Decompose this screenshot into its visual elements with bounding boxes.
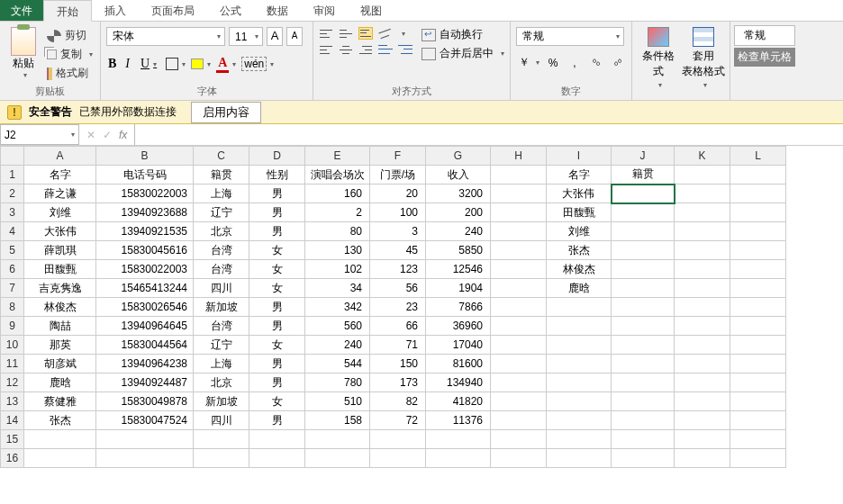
cell-H9[interactable] bbox=[491, 317, 547, 336]
cell-K2[interactable] bbox=[675, 184, 730, 203]
cell-G14[interactable]: 11376 bbox=[426, 411, 491, 430]
cell-C11[interactable]: 上海 bbox=[194, 355, 249, 374]
cell-L7[interactable] bbox=[730, 279, 786, 298]
cell-C3[interactable]: 辽宁 bbox=[194, 203, 249, 222]
decrease-indent-button[interactable] bbox=[378, 43, 393, 56]
cell-K7[interactable] bbox=[675, 279, 730, 298]
col-header-E[interactable]: E bbox=[305, 147, 370, 166]
row-header-9[interactable]: 9 bbox=[1, 317, 24, 336]
number-format-select[interactable]: 常规▾ bbox=[516, 27, 624, 46]
cell-K5[interactable] bbox=[675, 241, 730, 260]
cell-E3[interactable]: 2 bbox=[305, 203, 370, 222]
name-box[interactable]: J2▾ bbox=[0, 124, 79, 145]
cell-H11[interactable] bbox=[491, 355, 547, 374]
cell-B13[interactable]: 15830049878 bbox=[96, 392, 194, 411]
cell-I15[interactable] bbox=[547, 430, 612, 449]
col-header-A[interactable]: A bbox=[24, 147, 96, 166]
cell-F6[interactable]: 123 bbox=[370, 260, 426, 279]
cell-L15[interactable] bbox=[730, 430, 786, 449]
format-as-table-button[interactable]: 套用 表格格式 ▾ bbox=[683, 27, 724, 89]
cell-G15[interactable] bbox=[426, 430, 491, 449]
cell-G12[interactable]: 134940 bbox=[426, 374, 491, 392]
cell-L10[interactable] bbox=[730, 336, 786, 355]
cell-C4[interactable]: 北京 bbox=[194, 222, 249, 241]
cell-H7[interactable] bbox=[491, 279, 547, 298]
underline-button[interactable]: U▾ bbox=[137, 55, 160, 73]
cell-L9[interactable] bbox=[730, 317, 786, 336]
cell-H1[interactable] bbox=[491, 166, 547, 184]
cell-J3[interactable] bbox=[612, 203, 675, 222]
cell-A3[interactable]: 刘维 bbox=[24, 203, 96, 222]
cell-G3[interactable]: 200 bbox=[426, 203, 491, 222]
cell-A14[interactable]: 张杰 bbox=[24, 411, 96, 430]
align-middle-button[interactable] bbox=[339, 27, 353, 40]
cell-J16[interactable] bbox=[612, 449, 675, 468]
cell-B4[interactable]: 13940921535 bbox=[96, 222, 194, 241]
cut-button[interactable]: 剪切 bbox=[45, 27, 95, 44]
cell-F13[interactable]: 82 bbox=[370, 392, 426, 411]
cell-K8[interactable] bbox=[675, 298, 730, 317]
italic-button[interactable]: I bbox=[123, 55, 131, 73]
align-bottom-button[interactable] bbox=[358, 27, 373, 40]
wrap-text-button[interactable]: 自动换行 bbox=[422, 27, 504, 42]
cell-I13[interactable] bbox=[547, 392, 612, 411]
tab-5[interactable]: 审阅 bbox=[301, 0, 348, 21]
increase-font-button[interactable]: A bbox=[267, 27, 283, 46]
cell-J7[interactable] bbox=[612, 279, 675, 298]
cell-F15[interactable] bbox=[370, 430, 426, 449]
cell-D6[interactable]: 女 bbox=[249, 260, 305, 279]
col-header-H[interactable]: H bbox=[491, 147, 547, 166]
cell-C10[interactable]: 辽宁 bbox=[194, 336, 249, 355]
merge-center-button[interactable]: 合并后居中▾ bbox=[422, 46, 504, 61]
cell-G8[interactable]: 7866 bbox=[426, 298, 491, 317]
cell-E12[interactable]: 780 bbox=[305, 374, 370, 392]
cell-L5[interactable] bbox=[730, 241, 786, 260]
fill-color-button[interactable]: ▾ bbox=[191, 58, 211, 69]
phonetic-button[interactable]: wén▾ bbox=[241, 57, 274, 71]
cell-I8[interactable] bbox=[547, 298, 612, 317]
col-header-B[interactable]: B bbox=[96, 147, 194, 166]
cell-H5[interactable] bbox=[491, 241, 547, 260]
cell-F5[interactable]: 45 bbox=[370, 241, 426, 260]
cell-D2[interactable]: 男 bbox=[249, 184, 305, 203]
cell-I6[interactable]: 林俊杰 bbox=[547, 260, 612, 279]
cell-G6[interactable]: 12546 bbox=[426, 260, 491, 279]
decrease-font-button[interactable]: A bbox=[286, 27, 303, 46]
cell-E6[interactable]: 102 bbox=[305, 260, 370, 279]
cell-B3[interactable]: 13940923688 bbox=[96, 203, 194, 222]
cell-D14[interactable]: 男 bbox=[249, 411, 305, 430]
cell-I1[interactable]: 名字 bbox=[547, 166, 612, 184]
cell-B9[interactable]: 13940964645 bbox=[96, 317, 194, 336]
cell-H3[interactable] bbox=[491, 203, 547, 222]
align-right-button[interactable] bbox=[358, 43, 373, 56]
cell-A8[interactable]: 林俊杰 bbox=[24, 298, 96, 317]
cell-J13[interactable] bbox=[612, 392, 675, 411]
cell-E9[interactable]: 560 bbox=[305, 317, 370, 336]
cancel-formula-button[interactable]: ✕ bbox=[86, 129, 95, 141]
row-header-13[interactable]: 13 bbox=[1, 392, 24, 411]
cell-C7[interactable]: 四川 bbox=[194, 279, 249, 298]
cell-E11[interactable]: 544 bbox=[305, 355, 370, 374]
enable-content-button[interactable]: 启用内容 bbox=[191, 102, 261, 123]
cell-I9[interactable] bbox=[547, 317, 612, 336]
col-header-L[interactable]: L bbox=[730, 147, 786, 166]
cell-J6[interactable] bbox=[612, 260, 675, 279]
cell-D15[interactable] bbox=[249, 430, 305, 449]
cell-J4[interactable] bbox=[612, 222, 675, 241]
row-header-6[interactable]: 6 bbox=[1, 260, 24, 279]
cell-K13[interactable] bbox=[675, 392, 730, 411]
cell-H2[interactable] bbox=[491, 184, 547, 203]
row-header-8[interactable]: 8 bbox=[1, 298, 24, 317]
cell-B1[interactable]: 电话号码 bbox=[96, 166, 194, 184]
cell-D3[interactable]: 男 bbox=[249, 203, 305, 222]
cell-K14[interactable] bbox=[675, 411, 730, 430]
cell-D5[interactable]: 女 bbox=[249, 241, 305, 260]
cell-J10[interactable] bbox=[612, 336, 675, 355]
cell-J11[interactable] bbox=[612, 355, 675, 374]
cell-C8[interactable]: 新加坡 bbox=[194, 298, 249, 317]
cell-E4[interactable]: 80 bbox=[305, 222, 370, 241]
cell-G4[interactable]: 240 bbox=[426, 222, 491, 241]
cell-G7[interactable]: 1904 bbox=[426, 279, 491, 298]
col-header-G[interactable]: G bbox=[426, 147, 491, 166]
cell-I14[interactable] bbox=[547, 411, 612, 430]
